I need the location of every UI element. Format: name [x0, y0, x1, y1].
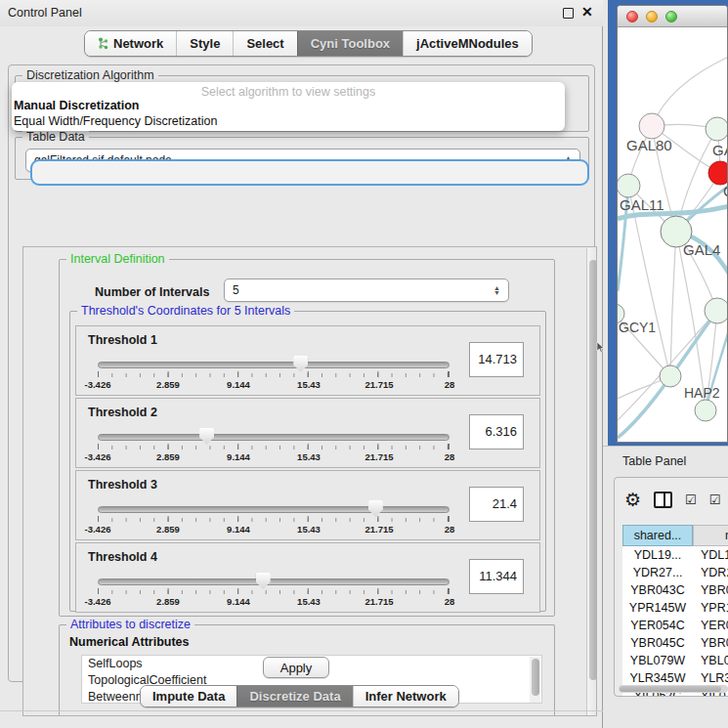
threshold-panel: Threshold 2 -3.4262.8599.14415.4321.7152…: [75, 398, 540, 468]
threshold-value-field[interactable]: 14.713: [469, 342, 524, 377]
node-label: C: [723, 183, 728, 199]
table-cell: YDL1: [693, 546, 728, 564]
slider-track[interactable]: [98, 506, 450, 513]
table-row[interactable]: YBL079WYBL0: [622, 652, 728, 669]
table-row[interactable]: YBR043CYBR0: [622, 581, 728, 599]
algorithm-group-title: Discretization Algorithm: [22, 68, 158, 82]
threshold-slider[interactable]: -3.4262.8599.14415.4321.71528: [98, 496, 450, 535]
network-node[interactable]: [706, 117, 728, 141]
threshold-slider[interactable]: -3.4262.8599.14415.4321.71528: [98, 352, 450, 391]
close-traffic-light[interactable]: [626, 11, 638, 22]
threshold-label: Threshold 1: [88, 333, 157, 347]
cyni-mode-tabs: Impute DataDiscretize DataInfer Network: [140, 685, 459, 707]
algorithm-combobox[interactable]: [30, 159, 589, 186]
slider-major-ticks: [98, 371, 450, 377]
tab-network[interactable]: Network: [85, 31, 176, 56]
table-horizontal-scrollbar[interactable]: [619, 685, 728, 693]
number-of-intervals-combobox[interactable]: 5 ▲▼: [224, 278, 509, 302]
table-cell: YBR0: [693, 581, 728, 599]
node-label: GAL4: [683, 241, 720, 258]
tab-infer-network[interactable]: Infer Network: [353, 686, 458, 707]
network-edge[interactable]: [676, 232, 706, 410]
slider-major-ticks: [98, 444, 450, 450]
tab-jactivemnodules[interactable]: jActiveMNodules: [403, 31, 532, 56]
table-cell: YDR27...: [622, 564, 693, 581]
network-node[interactable]: [618, 174, 640, 197]
column-header[interactable]: shared...: [622, 525, 693, 546]
tab-impute-data[interactable]: Impute Data: [141, 686, 236, 707]
checkbox-icon[interactable]: ☑: [685, 493, 697, 506]
minimize-traffic-light[interactable]: [646, 11, 658, 22]
thresholds-group-title: Threshold's Coordinates for 5 Intervals: [77, 304, 294, 318]
split-columns-icon[interactable]: [654, 492, 672, 508]
panel-title: Control Panel: [8, 6, 82, 20]
node-label: GCY1: [619, 320, 656, 335]
node-label: HAP2: [684, 385, 720, 401]
tab-select[interactable]: Select: [233, 31, 296, 56]
slider-track[interactable]: [98, 578, 450, 585]
network-node[interactable]: [708, 161, 728, 185]
slider-track[interactable]: [98, 362, 450, 368]
bottom-divider: [0, 710, 603, 711]
threshold-value-field[interactable]: 11.344: [469, 559, 524, 594]
table-panel: ⚙☑☑ shared...na YDL19...YDL1YDR27...YDR2…: [614, 477, 728, 697]
zoom-traffic-light[interactable]: [665, 11, 677, 22]
settings-scroll-area: Interval Definition Number of Intervals …: [22, 246, 597, 716]
network-icon: [98, 37, 108, 50]
column-header[interactable]: na: [693, 525, 728, 546]
slider-major-ticks: [98, 588, 450, 594]
network-node[interactable]: [695, 400, 716, 421]
algorithm-option[interactable]: Equal Width/Frequency Discretization: [12, 114, 565, 130]
tab-label: Network: [113, 36, 163, 51]
table-row[interactable]: YPR145WYPR1: [622, 599, 728, 617]
network-window-titlebar[interactable]: [618, 6, 727, 27]
table-row[interactable]: YDR27...YDR2: [622, 564, 728, 581]
gear-icon[interactable]: ⚙: [624, 491, 641, 509]
tab-label: Infer Network: [365, 689, 447, 704]
tab-cyni-toolbox[interactable]: Cyni Toolbox: [297, 31, 403, 56]
combo-arrows-icon: ▲▼: [493, 285, 500, 295]
table-row[interactable]: YER054CYER0: [622, 617, 728, 634]
network-edge[interactable]: [670, 232, 676, 376]
algorithm-hint: Select algorithm to view settings: [12, 82, 565, 99]
close-icon[interactable]: ✕: [581, 4, 593, 20]
tab-style[interactable]: Style: [176, 31, 233, 56]
network-node[interactable]: [705, 298, 728, 323]
table-panel-bar: Table Panel: [603, 446, 728, 473]
table-row[interactable]: YDL19...YDL1: [622, 546, 728, 564]
slider-thumb[interactable]: [199, 428, 214, 445]
algorithm-option[interactable]: Manual Discretization: [12, 99, 565, 114]
threshold-slider[interactable]: -3.4262.8599.14415.4321.71528: [98, 569, 450, 608]
table-data-group-title: Table Data: [22, 130, 89, 144]
attributes-group-title: Attributes to discretize: [66, 618, 194, 631]
network-edge[interactable]: [652, 57, 728, 126]
apply-button[interactable]: Apply: [263, 657, 329, 678]
slider-major-ticks: [98, 516, 450, 522]
network-node[interactable]: [660, 365, 681, 387]
network-canvas[interactable]: GAL80GACGAL11GAL4HGCY1HAP2: [618, 27, 728, 443]
checkbox-icon[interactable]: ☑: [709, 493, 721, 506]
slider-track[interactable]: [98, 434, 450, 441]
table-row[interactable]: YBR045CYBR0: [622, 634, 728, 652]
table-cell: YER0: [693, 617, 728, 634]
settings-scrollbar[interactable]: [586, 248, 597, 715]
table-cell: YBL0: [693, 652, 728, 669]
tab-label: Select: [246, 36, 283, 51]
slider-thumb[interactable]: [256, 573, 271, 589]
control-panel: Control Panel ✕ NetworkStyleSelectCyni T…: [0, 0, 603, 728]
tab-discretize-data[interactable]: Discretize Data: [236, 686, 352, 707]
number-of-intervals-label: Number of Intervals: [95, 285, 209, 299]
attributes-scrollbar[interactable]: [530, 657, 540, 704]
threshold-label: Threshold 4: [88, 550, 157, 564]
slider-thumb[interactable]: [293, 356, 308, 372]
float-window-icon[interactable]: [563, 8, 574, 19]
network-node[interactable]: [639, 113, 664, 139]
threshold-slider[interactable]: -3.4262.8599.14415.4321.71528: [98, 424, 450, 463]
threshold-value-field[interactable]: 21.4: [469, 487, 524, 522]
node-table: shared...na YDL19...YDL1YDR27...YDR2YBR0…: [622, 525, 728, 697]
threshold-value-field[interactable]: 6.316: [469, 414, 524, 450]
tab-label: Style: [190, 36, 220, 51]
threshold-panel: Threshold 3 -3.4262.8599.14415.4321.7152…: [75, 470, 540, 540]
slider-thumb[interactable]: [368, 500, 383, 517]
table-panel-toolbar: ⚙☑☑: [615, 478, 728, 521]
